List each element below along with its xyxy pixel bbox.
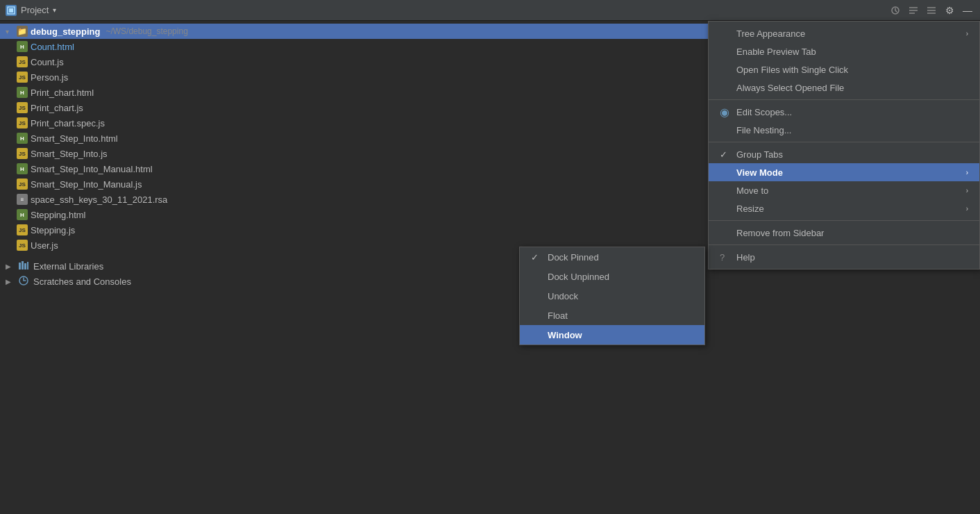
label-window: Window — [548, 330, 693, 340]
list-item[interactable]: JS Print_chart.spec.js — [0, 115, 708, 131]
label-tree-appearance: Tree Appearance — [736, 28, 961, 39]
main-context-menu: Tree Appearance › Enable Preview Tab Ope… — [708, 21, 980, 270]
menu-item-group-tabs[interactable]: ✓ Group Tabs — [709, 145, 979, 163]
svg-rect-5 — [27, 262, 28, 270]
toolbar-icon-3[interactable] — [924, 3, 938, 17]
list-item[interactable]: JS Smart_Step_Into.js — [0, 146, 708, 161]
menu-item-always-select[interactable]: Always Select Opened File — [709, 78, 979, 97]
submenu-item-window[interactable]: Window — [520, 325, 704, 345]
arrow-tree-appearance: › — [966, 30, 968, 38]
submenu-item-undock[interactable]: Undock — [520, 286, 704, 306]
submenu-item-dock-unpinned[interactable]: Dock Unpinned — [520, 267, 704, 286]
root-folder-name: debug_stepping — [31, 26, 100, 37]
list-item[interactable]: JS Smart_Step_Into_Manual.js — [0, 176, 708, 192]
arrow-move-to: › — [966, 187, 968, 194]
label-file-nesting: File Nesting... — [736, 125, 968, 135]
panel-header: Project ▾ — [0, 0, 708, 21]
js-icon: JS — [17, 240, 28, 251]
js-icon: JS — [17, 72, 28, 83]
scratches-icon — [18, 275, 29, 288]
main-toolbar: ⚙ — — [708, 0, 980, 21]
separator-3 — [709, 220, 979, 221]
check-group-tabs: ✓ — [720, 149, 731, 160]
js-icon: JS — [17, 56, 28, 67]
list-item[interactable]: H Smart_Step_Into_Manual.html — [0, 161, 708, 176]
js-icon: JS — [17, 117, 28, 128]
menu-item-file-nesting[interactable]: File Nesting... — [709, 121, 979, 139]
svg-rect-3 — [22, 261, 24, 270]
separator-1 — [709, 99, 979, 100]
html-icon: H — [17, 87, 28, 98]
svg-rect-4 — [24, 263, 26, 270]
toolbar-icon-2[interactable] — [906, 3, 920, 17]
panel-dropdown-icon[interactable]: ▾ — [53, 6, 56, 14]
label-view-mode: View Mode — [736, 167, 961, 178]
check-dock-pinned: ✓ — [531, 252, 542, 263]
js-icon: JS — [17, 179, 28, 190]
js-icon: JS — [17, 102, 28, 113]
separator-2 — [709, 142, 979, 142]
list-item[interactable]: H Smart_Step_Into.html — [0, 131, 708, 146]
file-name: Stepping.js — [31, 225, 75, 235]
minimize-icon[interactable]: — — [961, 3, 974, 17]
project-panel-icon — [6, 5, 17, 16]
label-help: Help — [736, 252, 968, 263]
list-item[interactable]: JS Person.js — [0, 69, 708, 85]
external-libraries-label: External Libraries — [33, 261, 103, 272]
libs-arrow: ▶ — [6, 263, 14, 270]
list-item[interactable]: H Count.html — [0, 39, 708, 54]
libraries-icon — [18, 260, 29, 273]
label-move-to: Move to — [736, 185, 961, 196]
submenu-item-dock-pinned[interactable]: ✓ Dock Pinned — [520, 247, 704, 267]
list-item[interactable]: H Print_chart.html — [0, 85, 708, 100]
menu-item-tree-appearance[interactable]: Tree Appearance › — [709, 24, 979, 42]
root-folder-item[interactable]: ▾ 📁 debug_stepping ~/WS/debug_stepping — [0, 24, 708, 39]
html-icon: H — [17, 41, 28, 52]
check-edit-scopes: ◉ — [720, 106, 731, 119]
menu-item-resize[interactable]: Resize › — [709, 199, 979, 217]
label-remove-sidebar: Remove from Sidebar — [736, 228, 968, 238]
label-resize: Resize — [736, 204, 961, 214]
menu-item-move-to[interactable]: Move to › — [709, 181, 979, 199]
list-item[interactable]: JS Print_chart.js — [0, 100, 708, 115]
html-icon: H — [17, 209, 28, 220]
folder-collapse-arrow: ▾ — [6, 28, 14, 35]
file-name: Stepping.html — [31, 210, 86, 220]
menu-item-edit-scopes[interactable]: ◉ Edit Scopes... — [709, 103, 979, 121]
file-name: Print_chart.html — [31, 88, 94, 98]
label-undock: Undock — [548, 291, 693, 301]
js-icon: JS — [17, 148, 28, 159]
label-dock-pinned: Dock Pinned — [548, 252, 693, 263]
rsa-icon: ≡ — [17, 194, 28, 205]
list-item[interactable]: ≡ space_ssh_keys_30_11_2021.rsa — [0, 192, 708, 207]
list-item[interactable]: JS Stepping.js — [0, 222, 708, 238]
label-dock-unpinned: Dock Unpinned — [548, 272, 693, 282]
file-name: Print_chart.spec.js — [31, 118, 105, 128]
label-group-tabs: Group Tabs — [736, 149, 968, 160]
settings-icon[interactable]: ⚙ — [943, 3, 956, 17]
label-edit-scopes: Edit Scopes... — [736, 107, 968, 117]
js-icon: JS — [17, 224, 28, 235]
panel-title: Project — [21, 5, 49, 15]
file-name: Smart_Step_Into_Manual.html — [31, 164, 153, 174]
file-name: Smart_Step_Into.js — [31, 149, 108, 159]
view-mode-submenu: ✓ Dock Pinned Dock Unpinned Undock Float… — [519, 247, 705, 345]
menu-item-view-mode[interactable]: View Mode › — [709, 163, 979, 181]
file-name: Print_chart.js — [31, 103, 83, 113]
menu-item-help[interactable]: ? Help — [709, 248, 979, 266]
toolbar-icon-1[interactable] — [888, 3, 902, 17]
menu-item-remove-from-sidebar[interactable]: Remove from Sidebar — [709, 224, 979, 242]
menu-item-open-files-single-click[interactable]: Open Files with Single Click — [709, 60, 979, 78]
svg-rect-2 — [19, 263, 21, 270]
file-name: Count.js — [31, 57, 64, 67]
menu-item-enable-preview-tab[interactable]: Enable Preview Tab — [709, 42, 979, 60]
arrow-resize: › — [966, 205, 968, 213]
submenu-item-float[interactable]: Float — [520, 306, 704, 325]
file-name: User.js — [31, 240, 58, 251]
svg-rect-1 — [9, 8, 13, 13]
html-icon: H — [17, 163, 28, 174]
list-item[interactable]: H Stepping.html — [0, 207, 708, 222]
root-folder-path: ~/WS/debug_stepping — [105, 26, 187, 36]
list-item[interactable]: JS Count.js — [0, 54, 708, 69]
file-name: Smart_Step_Into_Manual.js — [31, 179, 142, 190]
